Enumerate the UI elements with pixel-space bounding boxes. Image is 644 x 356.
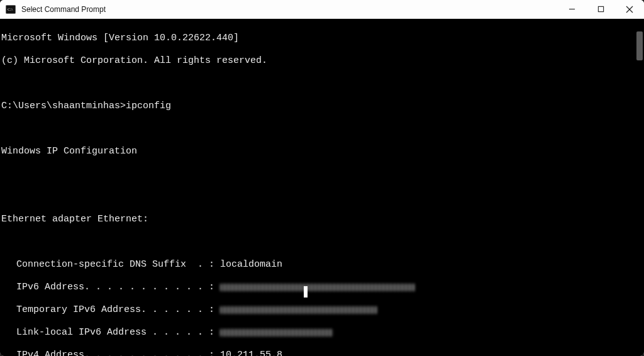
close-icon xyxy=(626,6,633,13)
close-button[interactable] xyxy=(615,0,644,19)
svg-text:C:\: C:\ xyxy=(8,7,13,12)
row-label: IPv4 Address. . . . . . . . . . . : xyxy=(16,350,214,356)
row-value: 10.211.55.8 xyxy=(220,350,282,356)
row-value: localdomain xyxy=(220,259,282,270)
row-label: Connection-specific DNS Suffix . : xyxy=(16,259,214,270)
row-link-local-ipv6: Link-local IPv6 Address . . . . . : xyxy=(1,327,643,338)
terminal-viewport[interactable]: Microsoft Windows [Version 10.0.22622.44… xyxy=(0,19,644,356)
row-ipv6: IPv6 Address. . . . . . . . . . . : xyxy=(1,282,643,293)
terminal-output[interactable]: Microsoft Windows [Version 10.0.22622.44… xyxy=(0,19,644,356)
row-label: Link-local IPv6 Address . . . . . : xyxy=(16,327,214,338)
row-dns-suffix: Connection-specific DNS Suffix . : local… xyxy=(1,259,643,270)
minimize-button[interactable] xyxy=(557,0,586,19)
typed-command: ipconfig xyxy=(126,101,171,111)
command-prompt-window: C:\ Select Command Prompt Microsoft Wind… xyxy=(0,0,644,356)
row-label: IPv6 Address. . . . . . . . . . . : xyxy=(16,282,214,292)
window-title: Select Command Prompt xyxy=(21,5,106,14)
text-selection-caret xyxy=(304,286,308,298)
titlebar[interactable]: C:\ Select Command Prompt xyxy=(0,0,644,19)
banner-line-1: Microsoft Windows [Version 10.0.22622.44… xyxy=(1,33,643,44)
row-temp-ipv6: Temporary IPv6 Address. . . . . . : xyxy=(1,304,643,316)
row-label: Temporary IPv6 Address. . . . . . : xyxy=(16,304,214,315)
maximize-icon xyxy=(597,6,604,13)
banner-line-2: (c) Microsoft Corporation. All rights re… xyxy=(1,55,643,67)
maximize-button[interactable] xyxy=(586,0,615,19)
blank-line xyxy=(1,169,643,180)
adapter-header: Ethernet adapter Ethernet: xyxy=(1,214,643,225)
blank-line xyxy=(1,78,643,89)
svg-rect-3 xyxy=(598,6,603,11)
redacted-link-local-ipv6 xyxy=(220,329,333,337)
row-ipv4: IPv4 Address. . . . . . . . . . . : 10.2… xyxy=(1,350,643,356)
prompt-line-1: C:\Users\shaantminhas>ipconfig xyxy=(1,101,643,112)
ipconfig-section-title: Windows IP Configuration xyxy=(1,146,643,157)
minimize-icon xyxy=(569,6,575,13)
scrollbar-thumb[interactable] xyxy=(636,31,643,60)
redacted-ipv6 xyxy=(220,284,415,291)
blank-line xyxy=(1,123,643,135)
redacted-temp-ipv6 xyxy=(220,306,377,314)
vertical-scrollbar[interactable] xyxy=(635,19,644,356)
prompt-path: C:\Users\shaantminhas> xyxy=(1,101,126,111)
cmd-icon: C:\ xyxy=(5,4,16,15)
blank-line xyxy=(1,236,643,248)
blank-line xyxy=(1,191,643,203)
